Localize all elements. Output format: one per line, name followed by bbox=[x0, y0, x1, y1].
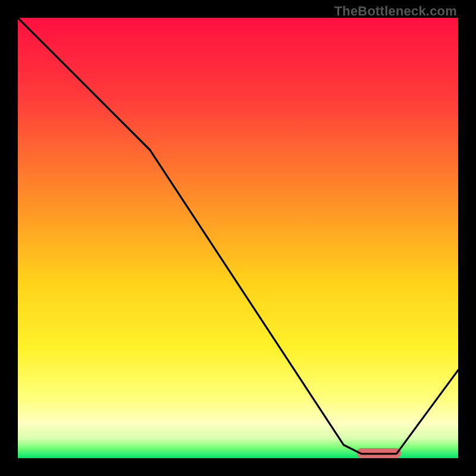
watermark-text: TheBottleneck.com bbox=[334, 4, 457, 19]
bottleneck-chart: TheBottleneck.com bbox=[0, 0, 476, 476]
plot-area bbox=[18, 18, 458, 458]
plot-svg bbox=[18, 18, 458, 458]
